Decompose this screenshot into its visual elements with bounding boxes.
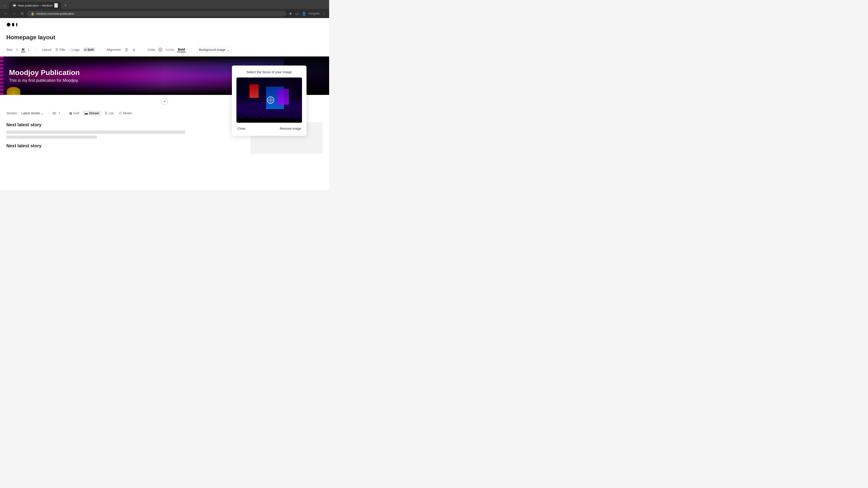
color-picker[interactable] xyxy=(158,47,162,52)
next-story-label-1: Next latest story xyxy=(6,122,245,127)
layout-group: Layout ☰ Title □ Logo ⊙ Both xyxy=(42,47,95,52)
layout-lines-icon: ☰ xyxy=(55,48,58,52)
background-image-button[interactable]: Background image ⌄ xyxy=(197,47,231,53)
tab-title: New publication – Medium xyxy=(18,4,53,7)
back-button[interactable]: ← xyxy=(3,10,9,17)
color-label: Color xyxy=(148,48,155,52)
layout-logo-label: Logo xyxy=(72,48,80,52)
focus-crosshair xyxy=(267,96,274,104)
story-line-2 xyxy=(6,135,97,139)
layout-box-icon: □ xyxy=(70,48,71,52)
color-group: Color Subtle Bold xyxy=(148,47,186,52)
tab-favicon xyxy=(13,4,16,7)
focus-close-button[interactable]: Close xyxy=(237,126,246,131)
list-label: List xyxy=(109,111,114,115)
list-view-option[interactable]: ☰ List xyxy=(102,110,116,116)
focus-panel-title: Select the focus of your image xyxy=(237,70,302,74)
stream-icon: ▬ xyxy=(85,111,88,115)
bold-option[interactable]: Bold xyxy=(177,47,186,52)
add-section-button[interactable]: + xyxy=(161,98,168,105)
svg-point-3 xyxy=(12,23,14,26)
size-l-option[interactable]: L xyxy=(27,47,31,52)
decrease-count-button[interactable]: - xyxy=(48,111,51,115)
layout-title-option[interactable]: ☰ Title xyxy=(54,47,66,52)
reload-button[interactable]: ↻ xyxy=(19,10,25,17)
tab-bar: ‹ New publication – Medium ✕ + xyxy=(0,0,329,9)
incognito-label: Incognito xyxy=(309,12,320,15)
stream-label: Stream xyxy=(89,111,99,115)
section-label: Section: xyxy=(6,111,18,115)
grid-label: Grid xyxy=(73,111,79,115)
toolbar: Size S M L Layout ☰ Title □ Logo ⊙ Both … xyxy=(0,43,329,57)
divider-2 xyxy=(101,47,101,52)
neon-red xyxy=(250,84,258,98)
tab-close-button[interactable]: ✕ xyxy=(54,3,58,8)
align-left-option[interactable]: ☰ xyxy=(123,47,129,53)
active-tab[interactable]: New publication – Medium ✕ xyxy=(9,2,61,9)
layout-title-label: Title xyxy=(59,48,65,52)
bookmark-button[interactable]: ★ xyxy=(288,11,293,17)
screen-cast-button[interactable]: ▭ xyxy=(294,11,300,17)
mixed-view-option[interactable]: ☷ Mixed xyxy=(117,110,133,116)
size-label: Size xyxy=(6,48,12,52)
subtle-option[interactable]: Subtle xyxy=(164,47,175,52)
svg-point-2 xyxy=(7,23,10,26)
page-content: Homepage layout Size S M L Layout ☰ Titl… xyxy=(0,18,329,190)
profile-button[interactable]: 👤 xyxy=(301,11,307,17)
new-tab-button[interactable]: + xyxy=(62,2,68,9)
more-menu-button[interactable]: ⋮ xyxy=(321,11,327,17)
size-m-option[interactable]: M xyxy=(21,47,26,52)
size-group: Size S M L xyxy=(6,47,31,52)
hero-title: Moodjoy Publication xyxy=(9,68,80,77)
bg-image-label: Background image xyxy=(199,48,225,52)
story-card-2: Next latest story xyxy=(6,143,245,149)
forward-button[interactable]: → xyxy=(11,10,17,17)
alignment-group: Alignment ☰ ≣ xyxy=(106,47,136,53)
section-name: Latest stories xyxy=(22,111,40,115)
remove-image-button[interactable]: Remove image xyxy=(279,126,302,131)
browser-nav: ← → ↻ 🔒 medium.com/new-publication ★ ▭ 👤… xyxy=(0,9,329,18)
svg-point-1 xyxy=(15,5,16,6)
story-card-1: Next latest story xyxy=(6,122,245,139)
layout-logo-option[interactable]: □ Logo xyxy=(68,47,81,52)
stream-view-option[interactable]: ▬ Stream xyxy=(83,110,101,116)
size-s-option[interactable]: S xyxy=(15,47,19,52)
increase-count-button[interactable]: + xyxy=(58,111,61,115)
hero-subtitle: This is my first publication for Moodjoy… xyxy=(9,78,80,83)
mixed-icon: ☷ xyxy=(119,111,122,115)
page-heading: Homepage layout xyxy=(0,31,329,43)
alignment-label: Alignment xyxy=(106,48,121,52)
divider-3 xyxy=(142,47,143,52)
tab-scroll-left[interactable]: ‹ xyxy=(2,2,8,8)
url-text: medium.com/new-publication xyxy=(36,12,74,15)
grid-icon: ▦ xyxy=(69,111,72,115)
chevron-down-icon: ⌄ xyxy=(227,48,229,52)
section-select[interactable]: Latest stories ⌄ xyxy=(22,111,44,115)
lock-icon: 🔒 xyxy=(31,12,34,15)
layout-both-icon: ⊙ xyxy=(84,48,87,52)
focus-panel: Select the focus of your image Close Rem… xyxy=(232,66,307,136)
align-center-option[interactable]: ≣ xyxy=(131,47,137,53)
svg-point-0 xyxy=(13,5,15,6)
layout-both-label: Both xyxy=(88,48,94,52)
main-content: Next latest story Next latest story xyxy=(6,122,245,154)
layout-both-option[interactable]: ⊙ Both xyxy=(83,47,96,52)
focus-image-container[interactable] xyxy=(237,77,302,123)
medium-logo xyxy=(0,18,329,31)
divider-1 xyxy=(36,47,36,52)
story-line-1 xyxy=(6,131,185,134)
address-bar[interactable]: 🔒 medium.com/new-publication xyxy=(27,11,286,17)
hero-text: Moodjoy Publication This is my first pub… xyxy=(0,68,89,83)
section-dropdown-icon: ⌄ xyxy=(41,111,44,115)
count-controls: - 10 + xyxy=(48,111,61,115)
svg-point-4 xyxy=(16,23,18,26)
layout-label: Layout xyxy=(42,48,51,52)
pink-strips-decoration xyxy=(0,57,3,95)
neon-purple xyxy=(278,89,289,105)
view-options: ▦ Grid ▬ Stream ☰ List ☷ Mixed xyxy=(67,110,134,116)
list-icon: ☰ xyxy=(105,111,107,115)
mixed-label: Mixed xyxy=(123,111,131,115)
grid-view-option[interactable]: ▦ Grid xyxy=(67,110,81,116)
focus-panel-actions: Close Remove image xyxy=(237,126,302,131)
dome-decoration xyxy=(7,87,20,95)
